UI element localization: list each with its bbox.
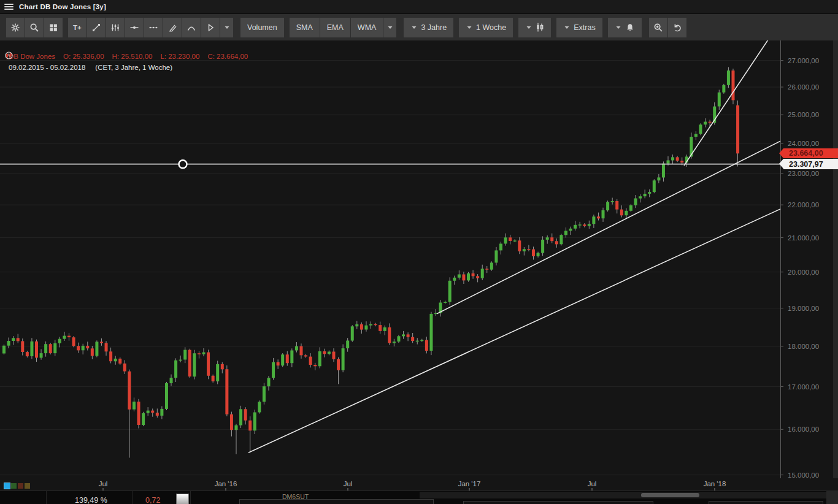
chart-region: 27.000,0026.000,0025.000,0024.000,0023.0…: [0, 40, 838, 491]
chart-app: Chart DB Dow Jones [3y] T+: [0, 0, 838, 504]
range-select[interactable]: 3 Jahre: [404, 18, 453, 37]
layout-button[interactable]: [44, 18, 63, 37]
chevron-down-icon: [386, 24, 394, 31]
scrollbar-handle[interactable]: [641, 493, 699, 497]
toolbar: T+: [0, 14, 838, 40]
quote-percent-value: 139,49 %: [75, 496, 107, 504]
undo-button[interactable]: [668, 18, 686, 37]
undo-arrow-icon: [672, 23, 682, 32]
alerts-button[interactable]: [608, 18, 642, 37]
search-icon: [29, 23, 39, 32]
ema-button[interactable]: EMA: [320, 18, 350, 37]
play-marker-icon: [206, 23, 215, 32]
x-axis-label: Jan '18: [704, 480, 726, 487]
y-axis-label: 19.000,00: [788, 305, 819, 312]
x-axis-label: Jul: [588, 480, 597, 487]
y-axis-label: 20.000,00: [788, 269, 819, 276]
range-label: 3 Jahre: [421, 23, 447, 32]
pen-icon: [167, 23, 177, 32]
fibonacci-tool-button[interactable]: [106, 18, 125, 37]
zoom-in-button[interactable]: [649, 18, 667, 37]
horizontal-line-price-tag: 23.307,97: [783, 159, 838, 169]
last-price-value: 23.664,00: [789, 149, 823, 158]
zoom-in-icon: [653, 23, 663, 32]
search-button[interactable]: [25, 18, 44, 37]
marker-tool-button[interactable]: [201, 18, 220, 37]
draw-tools-more-button[interactable]: [220, 18, 233, 37]
cutoff-panel: [709, 501, 823, 504]
interval-label: 1 Woche: [476, 23, 506, 32]
candlestick-type-icon: [536, 22, 544, 32]
chevron-down-icon: [466, 24, 473, 31]
volumen-label: Volumen: [247, 23, 277, 32]
chart-chip-3[interactable]: [18, 483, 23, 489]
indicators-more-button[interactable]: [383, 18, 396, 37]
ema-label: EMA: [327, 23, 344, 32]
y-axis-label: 18.000,00: [788, 343, 819, 350]
horizontal-line-handle[interactable]: [179, 160, 187, 168]
trendline-tool-button[interactable]: [87, 18, 106, 37]
divider: [46, 491, 47, 504]
extras-select[interactable]: Extras: [556, 18, 602, 37]
y-axis-label: 22.000,00: [788, 201, 819, 208]
window-titlebar: Chart DB Dow Jones [3y]: [0, 0, 838, 14]
legend-symbol: DB Dow Jones: [9, 52, 55, 62]
y-axis-label: 16.000,00: [788, 426, 819, 433]
y-axis-label: 27.000,00: [788, 57, 819, 64]
x-axis-label: Jul: [99, 480, 108, 487]
text-plus-icon: T+: [72, 23, 83, 32]
volumen-button[interactable]: Volumen: [240, 18, 284, 37]
pen-tool-button[interactable]: [163, 18, 182, 37]
dotted-line-tool-button[interactable]: [144, 18, 163, 37]
legend-open: O: 25.336,00: [63, 52, 104, 62]
horizontal-scrollbar[interactable]: [420, 492, 838, 498]
scrollbar-corner: [826, 491, 838, 504]
right-scroll-strip: [833, 40, 838, 478]
strip-button[interactable]: [176, 494, 189, 504]
settings-button[interactable]: [6, 18, 25, 37]
horizontal-line-tool-button[interactable]: [125, 18, 144, 37]
chevron-down-icon: [223, 24, 231, 31]
y-axis-label: 15.000,00: [788, 472, 819, 479]
fibonacci-icon: [110, 23, 120, 32]
horizontal-line-value: 23.307,97: [789, 160, 823, 169]
y-axis-label: 24.000,00: [788, 140, 819, 147]
bottom-widgets-strip: 139,49 % 0,72 DM6SUT: [0, 491, 838, 504]
legend-close: C: 23.664,00: [207, 52, 248, 62]
legend-high: H: 25.510,00: [112, 52, 153, 62]
bell-icon: [625, 23, 635, 32]
interval-select[interactable]: 1 Woche: [459, 18, 513, 37]
chevron-down-icon: [410, 24, 418, 31]
y-axis-label: 23.000,00: [788, 170, 819, 177]
window-title: Chart DB Dow Jones [3y]: [19, 3, 106, 10]
trend-line: [248, 209, 780, 452]
candles-group: [2, 67, 739, 458]
chart-chip-2[interactable]: [11, 483, 17, 489]
x-axis-label: Jan '16: [215, 480, 237, 487]
chart-legend: DB Dow Jones O: 25.336,00 H: 25.510,00 L…: [5, 52, 252, 73]
chart-type-select[interactable]: [518, 18, 551, 37]
wma-button[interactable]: WMA: [351, 18, 383, 37]
arc-tool-button[interactable]: [182, 18, 201, 37]
chart-canvas[interactable]: 27.000,0026.000,0025.000,0024.000,0023.0…: [0, 40, 838, 491]
chart-chip-1[interactable]: [4, 483, 10, 489]
legend-timezone-info: (CET, 3 Jahre, 1 Woche): [95, 63, 172, 73]
divider: [190, 491, 191, 504]
y-axis-label: 26.000,00: [788, 83, 819, 91]
hamburger-menu-icon[interactable]: [4, 4, 13, 10]
arc-icon: [186, 23, 196, 32]
gear-icon: [10, 23, 20, 32]
cutoff-panel: [239, 499, 434, 504]
text-tool-button[interactable]: T+: [68, 18, 86, 37]
sma-button[interactable]: SMA: [290, 18, 320, 37]
wma-label: WMA: [358, 23, 377, 32]
chevron-down-icon: [525, 24, 532, 31]
trend-lines-group[interactable]: [248, 40, 780, 452]
extras-label: Extras: [574, 23, 595, 32]
last-price-tag: 23.664,00: [783, 148, 838, 158]
chart-chip-4[interactable]: [25, 483, 30, 489]
legend-date-row: 09.02.2015 - 05.02.2018 (CET, 3 Jahre, 1…: [5, 63, 252, 73]
dotted-line-icon: [148, 23, 158, 32]
quote-red-value: 0,72: [145, 496, 160, 504]
y-axis-label: 25.000,00: [788, 111, 819, 118]
